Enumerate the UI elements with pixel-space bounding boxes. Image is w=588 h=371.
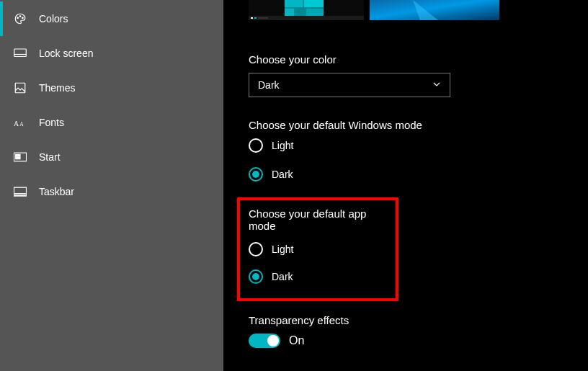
svg-rect-23 <box>285 9 294 16</box>
sidebar-item-label: Themes <box>39 82 76 94</box>
windows-mode-light[interactable]: Light <box>249 138 588 153</box>
app-mode-light[interactable]: Light <box>249 242 387 256</box>
radio-icon <box>249 138 263 153</box>
preview-window-dark <box>249 0 364 20</box>
sidebar-item-label: Start <box>39 151 61 163</box>
choose-color-heading: Choose your color <box>249 53 588 66</box>
themes-icon <box>13 81 27 95</box>
radio-icon <box>249 269 263 284</box>
transparency-toggle[interactable] <box>249 334 280 348</box>
sidebar-item-taskbar[interactable]: Taskbar <box>0 174 223 209</box>
svg-rect-19 <box>258 17 268 19</box>
radio-label: Light <box>272 243 293 255</box>
radio-label: Dark <box>272 169 293 180</box>
svg-rect-11 <box>16 157 18 159</box>
taskbar-icon <box>13 184 27 199</box>
svg-rect-18 <box>254 17 257 19</box>
sidebar-item-fonts[interactable]: A A Fonts <box>0 105 223 140</box>
svg-rect-22 <box>304 0 324 7</box>
windows-mode-group: Choose your default Windows mode Light D… <box>249 119 588 182</box>
transparency-heading: Transparency effects <box>249 314 588 326</box>
svg-rect-9 <box>16 154 18 156</box>
color-mode-dropdown[interactable]: Dark <box>249 73 450 97</box>
preview-wallpaper <box>370 0 499 20</box>
svg-rect-10 <box>18 154 20 156</box>
theme-preview-strip <box>249 0 588 20</box>
svg-rect-24 <box>295 9 305 16</box>
svg-rect-14 <box>14 194 26 196</box>
app-mode-highlight: Choose your default app mode Light Dark <box>237 197 398 301</box>
toggle-state-label: On <box>289 334 304 347</box>
start-icon <box>13 150 27 164</box>
svg-point-1 <box>19 16 21 17</box>
svg-rect-5 <box>15 83 25 93</box>
svg-rect-12 <box>18 157 20 159</box>
radio-icon <box>249 167 263 182</box>
fonts-icon: A A <box>13 115 27 130</box>
sidebar-item-label: Lock screen <box>39 48 93 59</box>
choose-color-group: Choose your color Dark <box>249 53 588 97</box>
lockscreen-icon <box>13 46 27 61</box>
sidebar-item-start[interactable]: Start <box>0 140 223 174</box>
svg-rect-3 <box>14 49 27 57</box>
dropdown-value: Dark <box>258 79 280 91</box>
windows-mode-heading: Choose your default Windows mode <box>249 119 588 131</box>
svg-point-2 <box>22 17 24 19</box>
sidebar-item-label: Taskbar <box>39 186 74 197</box>
sidebar-item-themes[interactable]: Themes <box>0 71 223 105</box>
svg-rect-17 <box>251 17 253 19</box>
app-mode-dark[interactable]: Dark <box>249 269 387 284</box>
svg-rect-26 <box>370 0 499 20</box>
radio-icon <box>249 242 263 256</box>
transparency-toggle-row: On <box>249 334 588 348</box>
sidebar-item-label: Fonts <box>39 117 64 128</box>
windows-mode-dark[interactable]: Dark <box>249 167 588 182</box>
svg-point-0 <box>17 17 19 19</box>
sidebar-item-label: Colors <box>39 13 68 24</box>
radio-label: Light <box>272 140 293 151</box>
sidebar-item-colors[interactable]: Colors <box>0 1 223 36</box>
svg-text:A: A <box>14 120 19 128</box>
transparency-group: Transparency effects On <box>249 314 588 348</box>
svg-rect-21 <box>285 0 303 7</box>
sidebar: Colors Lock screen Themes A A Fonts <box>0 0 223 371</box>
svg-text:A: A <box>19 121 24 128</box>
svg-rect-25 <box>306 9 324 16</box>
palette-icon <box>13 12 27 26</box>
app-mode-heading: Choose your default app mode <box>249 207 387 232</box>
radio-label: Dark <box>272 271 293 282</box>
chevron-down-icon <box>432 79 441 91</box>
sidebar-item-lockscreen[interactable]: Lock screen <box>0 36 223 71</box>
main-content: Choose your color Dark Choose your defau… <box>223 0 588 371</box>
